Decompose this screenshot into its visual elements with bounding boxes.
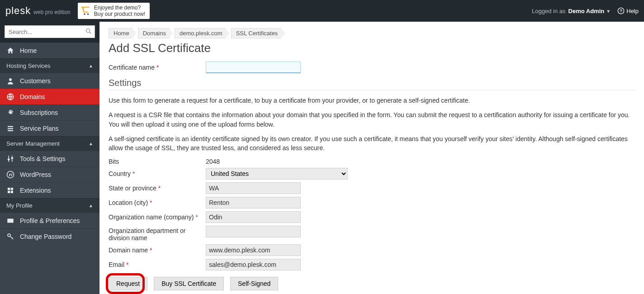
svg-rect-17 xyxy=(7,219,14,223)
city-label: Location (city) xyxy=(109,199,148,206)
puzzle-icon xyxy=(6,186,14,194)
chevron-up-icon: ▲ xyxy=(89,141,93,146)
card-icon xyxy=(6,217,14,225)
sidebar-item-profile-prefs[interactable]: Profile & Preferences xyxy=(0,213,99,228)
state-label: State or province xyxy=(109,185,156,192)
sidebar-item-change-password[interactable]: Change Password xyxy=(0,228,99,244)
sidebar-group-label: Server Management xyxy=(6,140,60,147)
cert-name-input[interactable] xyxy=(206,62,301,73)
username: Demo Admin xyxy=(568,8,605,14)
svg-point-0 xyxy=(84,14,85,15)
sidebar-group-server[interactable]: Server Management ▲ xyxy=(0,136,99,151)
caret-down-icon: ▾ xyxy=(607,8,610,14)
sidebar-item-subscriptions[interactable]: Subscriptions xyxy=(0,104,99,120)
buy-ssl-button[interactable]: Buy SSL Certificate xyxy=(154,277,224,290)
required-marker: * xyxy=(195,213,198,221)
dept-label: Organization department or division name xyxy=(109,226,206,242)
divider xyxy=(109,90,635,90)
sidebar-item-label: Customers xyxy=(20,77,51,85)
sidebar-item-label: Subscriptions xyxy=(20,109,58,116)
search-icon[interactable] xyxy=(85,28,92,35)
search-input[interactable] xyxy=(5,25,95,38)
svg-line-5 xyxy=(90,32,91,33)
sidebar-item-service-plans[interactable]: Service Plans xyxy=(0,120,99,136)
logo-subtext: web pro edition xyxy=(33,9,70,15)
settings-para2: A request is a CSR file that contains th… xyxy=(109,110,635,129)
sidebar-item-extensions[interactable]: Extensions xyxy=(0,182,99,198)
svg-rect-14 xyxy=(11,188,13,190)
help-label: Help xyxy=(626,8,639,14)
help-icon: ? xyxy=(617,7,625,14)
sidebar-group-label: Hosting Services xyxy=(6,62,51,69)
bits-value: 2048 xyxy=(206,158,220,165)
key-icon xyxy=(6,232,14,241)
city-input[interactable] xyxy=(206,197,301,209)
breadcrumb-item[interactable]: demo.plesk.com xyxy=(175,28,229,38)
breadcrumb-item[interactable]: Domains xyxy=(138,28,173,38)
required-marker: * xyxy=(133,170,135,177)
breadcrumb-item[interactable]: SSL Certificates xyxy=(231,28,285,38)
cart-icon xyxy=(80,6,90,16)
svg-text:?: ? xyxy=(620,9,622,13)
gear-icon xyxy=(6,109,14,117)
svg-point-1 xyxy=(87,14,89,15)
dept-input[interactable] xyxy=(206,226,301,237)
promo-line1: Enjoyed the demo? xyxy=(94,5,145,11)
sidebar-item-label: Service Plans xyxy=(20,125,59,132)
sidebar-item-tools[interactable]: Tools & Settings xyxy=(0,151,99,166)
wordpress-icon xyxy=(6,171,14,179)
promo-line2: Buy our product now! xyxy=(94,11,145,17)
user-info[interactable]: Logged in as Demo Admin ▾ xyxy=(532,8,610,14)
sidebar-group-label: My Profile xyxy=(6,202,33,209)
sidebar-item-wordpress[interactable]: WordPress xyxy=(0,166,99,182)
breadcrumb: Home Domains demo.plesk.com SSL Certific… xyxy=(109,28,635,38)
globe-icon xyxy=(6,93,14,101)
cert-name-label: Certificate name xyxy=(109,64,155,71)
email-input[interactable] xyxy=(206,259,301,270)
sidebar-item-label: Domains xyxy=(20,93,45,100)
sidebar-group-hosting[interactable]: Hosting Services ▲ xyxy=(0,58,99,73)
home-icon xyxy=(6,47,14,55)
sidebar-item-home[interactable]: Home xyxy=(0,43,99,58)
svg-point-18 xyxy=(8,234,10,237)
settings-para1: Use this form to generate a request for … xyxy=(109,96,635,105)
sidebar-item-customers[interactable]: Customers xyxy=(0,73,99,89)
user-icon xyxy=(6,77,14,85)
email-label: Email xyxy=(109,261,124,268)
svg-rect-11 xyxy=(8,130,13,131)
promo-banner[interactable]: Enjoyed the demo? Buy our product now! xyxy=(78,3,150,19)
bits-label: Bits xyxy=(109,158,206,165)
breadcrumb-item[interactable]: Home xyxy=(109,28,136,38)
chevron-up-icon: ▲ xyxy=(89,203,93,208)
country-select[interactable]: United States xyxy=(206,168,348,180)
list-icon xyxy=(6,124,14,133)
sidebar-item-label: Home xyxy=(20,47,37,54)
svg-rect-13 xyxy=(8,188,10,190)
country-label: Country xyxy=(109,170,131,177)
org-label: Organization name (company) xyxy=(109,213,194,221)
svg-point-12 xyxy=(7,171,14,178)
chevron-up-icon: ▲ xyxy=(89,63,93,68)
svg-point-4 xyxy=(86,29,90,33)
sidebar-item-domains[interactable]: Domains xyxy=(0,89,99,104)
logo[interactable]: plesk web pro edition xyxy=(5,5,71,17)
settings-heading: Settings xyxy=(109,78,635,88)
request-button[interactable]: Request xyxy=(109,277,147,290)
required-marker: * xyxy=(126,261,128,268)
sidebar: Home Hosting Services ▲ Customers Domain… xyxy=(0,22,99,294)
sidebar-item-label: Tools & Settings xyxy=(20,155,65,162)
required-marker: * xyxy=(156,64,159,71)
org-input[interactable] xyxy=(206,211,301,223)
svg-rect-9 xyxy=(8,126,13,127)
domain-input[interactable] xyxy=(206,244,301,256)
sidebar-item-label: Profile & Preferences xyxy=(20,217,80,224)
domain-label: Domain name xyxy=(109,247,148,254)
state-input[interactable] xyxy=(206,182,301,194)
main-content: Home Domains demo.plesk.com SSL Certific… xyxy=(99,22,644,294)
self-signed-button[interactable]: Self-Signed xyxy=(230,277,278,290)
sidebar-group-profile[interactable]: My Profile ▲ xyxy=(0,198,99,213)
help-link[interactable]: ? Help xyxy=(617,7,639,14)
logged-in-label: Logged in as xyxy=(532,8,565,14)
tools-icon xyxy=(6,155,14,163)
sidebar-item-label: Extensions xyxy=(20,187,51,194)
